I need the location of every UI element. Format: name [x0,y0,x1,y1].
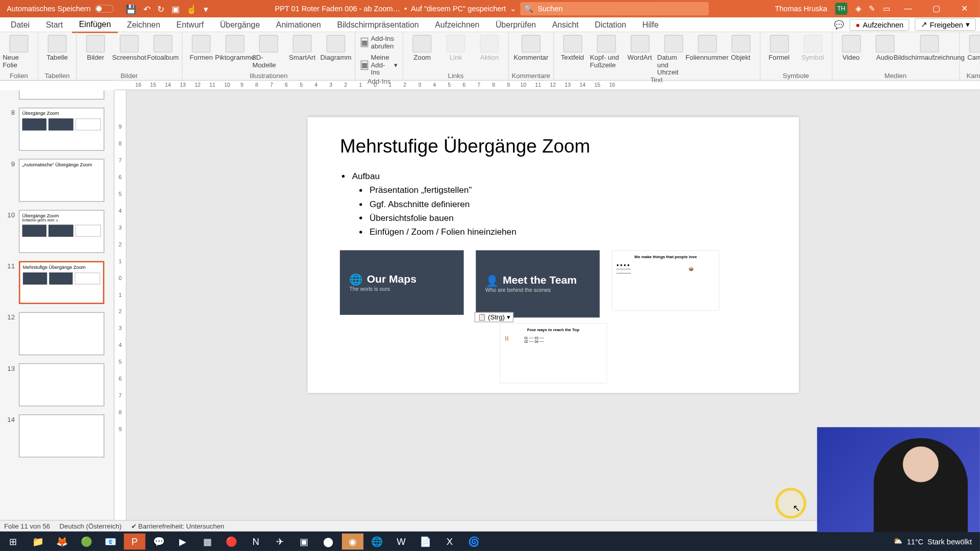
window-icon[interactable]: ▭ [883,5,890,13]
bildschirmaufz-button[interactable]: Bildschirmaufzeichnung [902,34,956,61]
app5-icon[interactable]: ◉ [342,533,363,549]
user-name[interactable]: Thomas Hruska [775,5,827,13]
video-button[interactable]: Video [835,34,867,61]
app7-icon[interactable]: 📄 [414,533,436,549]
tab-ansicht[interactable]: Ansicht [546,17,585,32]
kopf-fuss-button[interactable]: Kopf- und Fußzeile [590,34,622,69]
chrome-icon[interactable]: 🟢 [76,533,97,549]
present-icon[interactable]: ▣ [172,4,180,14]
user-avatar[interactable]: TH [835,3,847,15]
screenshot-button[interactable]: Screenshot [113,34,145,61]
tab-start[interactable]: Start [39,17,69,32]
app4-icon[interactable]: ▣ [293,533,315,549]
paste-options-badge[interactable]: 📋(Strg)▾ [475,312,513,322]
addins-abrufen-button[interactable]: ▦Add-Ins abrufen [361,34,398,51]
redo-icon[interactable]: ↻ [157,4,165,14]
tab-hilfe[interactable]: Hilfe [635,17,665,32]
app2-icon[interactable]: ▦ [197,533,218,549]
accessibility-status[interactable]: ✔ Barrierefreiheit: Untersuchen [131,522,225,530]
app3-icon[interactable]: 🔴 [221,533,242,549]
slide-title[interactable]: Mehrstufige Übergänge Zoom [340,136,767,157]
qat-more-icon[interactable]: ▾ [204,4,208,14]
obs-icon[interactable]: ⬤ [317,533,339,549]
3dmodelle-button[interactable]: 3D-Modelle [252,34,284,69]
neue-folie-button[interactable]: Neue Folie [3,34,35,69]
tab-einfuegen[interactable]: Einfügen [72,16,118,33]
slide-counter[interactable]: Folie 11 von 56 [4,522,50,530]
record-button[interactable]: ●Aufzeichnen [849,18,910,31]
bullet-sub-3[interactable]: Übersichtsfolie bauen [370,212,767,226]
slide-thumbnails-panel[interactable]: 7Ende8Übergänge Zoom9„Automatische" Über… [0,90,114,532]
objekt-button[interactable]: Objekt [724,34,756,61]
tab-uebergaenge[interactable]: Übergänge [213,17,267,32]
autosave-toggle[interactable] [95,5,114,13]
tab-dictation[interactable]: Dictation [588,17,633,32]
kommentar-button[interactable]: Kommentar [515,34,547,61]
firefox-icon[interactable]: 🦊 [51,533,72,549]
slide-thumb-9[interactable]: 9„Automatische" Übergänge Zoom [6,159,105,202]
meine-addins-button[interactable]: ▦Meine Add-Ins ▾ [361,53,398,78]
explorer-icon[interactable]: 📁 [27,533,48,549]
vlc-icon[interactable]: ▶ [173,533,194,549]
tabelle-button[interactable]: Tabelle [41,34,73,61]
pen-icon[interactable]: ✎ [869,5,875,13]
onenote-icon[interactable]: N [245,533,266,549]
tab-bildschirm[interactable]: Bildschirmpräsentation [330,17,425,32]
maximize-button[interactable]: ▢ [926,4,946,13]
slide-thumb-14[interactable]: 14 [6,414,105,457]
app-icon[interactable]: 💬 [148,533,169,549]
diamond-icon[interactable]: ◈ [855,5,861,13]
tab-ueberpruefen[interactable]: Überprüfen [489,17,543,32]
bilder-button[interactable]: Bilder [80,34,112,61]
zoom-frame-maps[interactable]: 🌐Our Maps The worls is ours [340,250,464,315]
zoom-frame-things[interactable]: We make things that people love ● ● ● ●─… [612,250,720,311]
slide-thumb-13[interactable]: 13 [6,363,105,406]
tab-aufzeichnen[interactable]: Aufzeichnen [428,17,486,32]
app6-icon[interactable]: 🌐 [366,533,387,549]
touch-icon[interactable]: ☝ [186,4,197,14]
excel-icon[interactable]: X [439,533,460,549]
slide-canvas[interactable]: Mehrstufige Übergänge Zoom Aufbau Präsen… [308,117,799,393]
fotoalbum-button[interactable]: Fotoalbum [146,34,179,61]
slide-thumb-12[interactable]: 12 [6,312,105,355]
language-status[interactable]: Deutsch (Österreich) [60,522,122,530]
telegram-icon[interactable]: ✈ [269,533,290,549]
minimize-button[interactable]: — [898,4,918,13]
weather-text[interactable]: Stark bewölkt [927,537,972,545]
formel-button[interactable]: Formel [763,34,795,61]
formen-button[interactable]: Formen [185,34,217,61]
word-icon[interactable]: W [390,533,412,549]
start-button[interactable]: ⊞ [3,533,24,549]
zoom-frame-team[interactable]: 👤Meet the Team Who are behind the scenes [476,250,600,317]
zoom-button[interactable]: Zoom [406,34,438,61]
bullet-sub-2[interactable]: Ggf. Abschnitte definieren [370,197,767,211]
wordart-button[interactable]: WordArt [624,34,656,61]
comments-icon[interactable]: 💬 [834,20,844,29]
datum-button[interactable]: Datum und Uhrzeit [657,34,690,76]
undo-icon[interactable]: ↶ [143,4,151,14]
close-button[interactable]: ✕ [954,4,975,13]
bullet-1[interactable]: Aufbau [352,169,767,183]
slide-thumb-10[interactable]: 10Übergänge ZoomEinfacher geht's nicht ☺ [6,210,105,253]
piktogramme-button[interactable]: Piktogramme [219,34,251,61]
powerpoint-icon[interactable]: P [124,533,145,549]
slide-thumb-11[interactable]: 11Mehrstufige Übergänge Zoom [6,261,105,304]
textfeld-button[interactable]: Textfeld [556,34,589,61]
slide-thumb-8[interactable]: 8Übergänge Zoom [6,108,105,151]
save-icon[interactable]: 💾 [126,4,136,14]
foliennummer-button[interactable]: Foliennummer [691,34,723,61]
search-box[interactable]: 🔍 Suchen [520,2,708,15]
smartart-button[interactable]: SmartArt [286,34,318,61]
bullet-sub-1[interactable]: Präsentation „fertigstellen" [370,184,767,197]
chevron-down-icon[interactable]: ⌄ [510,5,516,13]
bullet-sub-4[interactable]: Einfügen / Zoom / Folien hineinziehen [370,226,767,239]
tab-datei[interactable]: Datei [4,17,36,32]
diagramm-button[interactable]: Diagramm [320,34,352,61]
temperature[interactable]: 11°C [907,537,923,545]
tab-zeichnen[interactable]: Zeichnen [120,17,167,32]
outlook-icon[interactable]: 📧 [100,533,121,549]
tab-entwurf[interactable]: Entwurf [169,17,210,32]
tab-animationen[interactable]: Animationen [270,17,328,32]
edge-icon[interactable]: 🌀 [463,533,484,549]
cameo-button[interactable]: Cameo [962,34,980,61]
